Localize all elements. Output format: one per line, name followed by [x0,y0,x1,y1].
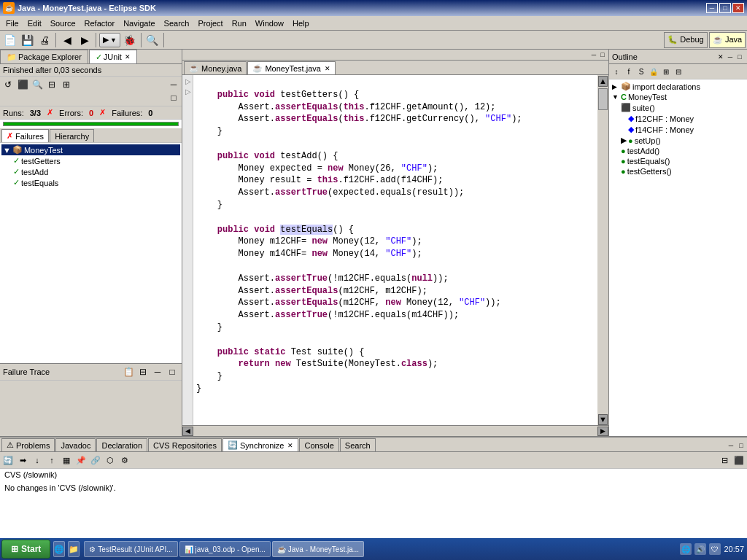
junit-minimize-btn[interactable]: ─ [167,78,180,91]
menu-project[interactable]: Project [193,18,227,29]
sync-filter-btn[interactable]: ▦ [60,454,73,467]
outline-item-testequals[interactable]: ● testEquals() [611,156,746,166]
ft-minimize-btn[interactable]: ─ [151,365,164,378]
menu-source[interactable]: Source [46,18,80,29]
close-button[interactable]: ✕ [732,3,744,13]
tab-moneytest-java[interactable]: ☕ MoneyTest.java ✕ [247,61,335,74]
tab-package-explorer[interactable]: 📁 Package Explorer [0,50,88,63]
sync-refresh-btn[interactable]: 🔄 [1,454,15,467]
hscroll-arrow-right[interactable]: ▶ [597,427,608,436]
tab-failures[interactable]: ✗ Failures [1,129,49,142]
outline-item-imports[interactable]: ▶ 📦 import declarations [611,81,746,92]
tab-hierarchy[interactable]: Hierarchy [50,129,94,142]
outline-item-setup[interactable]: ▶ ● setUp() [611,135,746,146]
editor-minimize-btn[interactable]: ─ [589,50,598,59]
save-button[interactable]: 💾 [19,32,35,48]
tree-item-testgetters[interactable]: ✓ testGetters [1,155,180,166]
outline-sort-btn[interactable]: ↕ [611,66,622,77]
run-button[interactable]: ▶ ▼ [99,33,120,47]
synchronize-close-icon[interactable]: ✕ [287,442,293,449]
ft-filter-button[interactable]: ⊟ [136,365,150,378]
forward-button[interactable]: ▶ [77,32,93,48]
junit-expand-button[interactable]: ⊞ [60,78,73,91]
taskbar-ie-icon[interactable]: 🌐 [53,541,65,557]
taskbar-item-eclipse[interactable]: ☕ Java - MoneyTest.ja... [272,541,364,557]
sync-settings-btn[interactable]: ⚙ [118,454,131,467]
hscroll-arrow-left[interactable]: ◀ [182,427,193,436]
tree-item-testadd[interactable]: ✓ testAdd [1,166,180,177]
sync-collapse-btn[interactable]: ⊟ [718,454,731,467]
minimize-button[interactable]: ─ [706,3,718,13]
search-button[interactable]: 🔍 [144,32,160,48]
menu-search[interactable]: Search [160,18,194,29]
outline-expand-all-btn[interactable]: ⊞ [660,66,672,77]
editor-content[interactable]: public void testGetters() { Assert.asser… [193,75,597,425]
sync-pin-btn[interactable]: 📌 [74,454,88,467]
junit-collapse-button[interactable]: ⊟ [45,78,58,91]
ft-copy-button[interactable]: 📋 [122,365,135,378]
moneytest-tab-close-icon[interactable]: ✕ [325,65,330,72]
debug-button[interactable]: 🐞 [122,32,138,48]
editor-horizontal-scrollbar[interactable]: ◀ ▶ [182,425,608,436]
tab-console[interactable]: Console [299,438,338,451]
outline-item-suite[interactable]: ⬛ suite() [611,102,746,113]
outline-close-btn[interactable]: ✕ [716,52,725,61]
ft-maximize-btn[interactable]: □ [166,365,179,378]
menu-refactor[interactable]: Refactor [80,18,120,29]
maximize-button[interactable]: □ [719,3,731,13]
outline-minimize-btn[interactable]: ─ [726,52,735,61]
taskbar-explorer-icon[interactable]: 📁 [68,541,80,557]
menu-window[interactable]: Window [251,18,288,29]
junit-filter-button[interactable]: 🔍 [31,78,44,91]
junit-maximize-btn[interactable]: □ [167,91,180,104]
bottom-minimize-btn[interactable]: ─ [727,441,735,450]
outline-maximize-btn[interactable]: □ [735,52,744,61]
outline-item-f14chf[interactable]: ◆ f14CHF : Money [611,124,746,135]
menu-edit[interactable]: Edit [23,18,46,29]
scroll-arrow-down[interactable]: ▼ [598,414,608,425]
sync-arrow-btn[interactable]: ➡ [16,454,29,467]
editor-maximize-btn[interactable]: □ [598,50,607,59]
tab-synchronize[interactable]: 🔄 Synchronize ✕ [222,438,299,451]
tab-junit[interactable]: ✓ JUnit ✕ [89,50,137,63]
menu-run[interactable]: Run [228,18,251,29]
java-perspective-btn[interactable]: ☕ Java [709,32,746,48]
sync-down-btn[interactable]: ↓ [31,454,44,467]
tree-item-moneytest[interactable]: ▼ 📦 MoneyTest [1,144,180,155]
sync-share-btn[interactable]: ⬡ [104,454,117,467]
taskbar-item-java03[interactable]: 📊 java_03.odp - Open... [179,541,271,557]
outline-hide-static-btn[interactable]: S [635,66,647,77]
tab-cvs-repositories[interactable]: CVS Repositories [148,438,222,451]
tab-declaration[interactable]: Declaration [96,438,147,451]
tab-javadoc[interactable]: Javadoc [55,438,96,451]
taskbar-item-testresult[interactable]: ⚙ TestResult (JUnit API... [84,541,177,557]
debug-perspective-btn[interactable]: 🐛 Debug [664,32,708,48]
tree-item-testequals[interactable]: ✓ testEquals [1,177,180,188]
outline-collapse-all-btn[interactable]: ⊟ [673,66,684,77]
scroll-thumb[interactable] [598,88,608,110]
outline-hide-nonpublic-btn[interactable]: 🔒 [648,66,659,77]
junit-rerun-button[interactable]: ↺ [1,78,15,91]
menu-help[interactable]: Help [288,18,314,29]
outline-hide-fields-btn[interactable]: f [623,66,635,77]
menu-file[interactable]: File [1,18,23,29]
start-button[interactable]: ⊞ Start [1,540,50,559]
outline-item-f12chf[interactable]: ◆ f12CHF : Money [611,113,746,124]
outline-item-moneytest[interactable]: ▼ C MoneyTest [611,92,746,102]
editor-vertical-scrollbar[interactable]: ▲ ▼ [597,75,608,425]
bottom-maximize-btn[interactable]: □ [737,441,746,450]
junit-close-icon[interactable]: ✕ [125,53,131,61]
print-button[interactable]: 🖨 [36,32,53,48]
tab-money-java[interactable]: ☕ Money.java [184,61,247,74]
tab-search[interactable]: Search [340,438,376,451]
junit-stop-button[interactable]: ⬛ [16,78,29,91]
outline-item-testgetters[interactable]: ● testGetters() [611,166,746,176]
tab-problems[interactable]: ⚠ Problems [1,438,55,451]
sync-link-btn[interactable]: 🔗 [89,454,102,467]
scroll-arrow-up[interactable]: ▲ [598,76,608,87]
outline-item-testadd[interactable]: ● testAdd() [611,146,746,156]
new-button[interactable]: 📄 [1,32,18,48]
back-button[interactable]: ◀ [59,32,75,48]
sync-up-btn[interactable]: ↑ [45,454,58,467]
sync-stop-btn[interactable]: ⬛ [732,454,746,467]
